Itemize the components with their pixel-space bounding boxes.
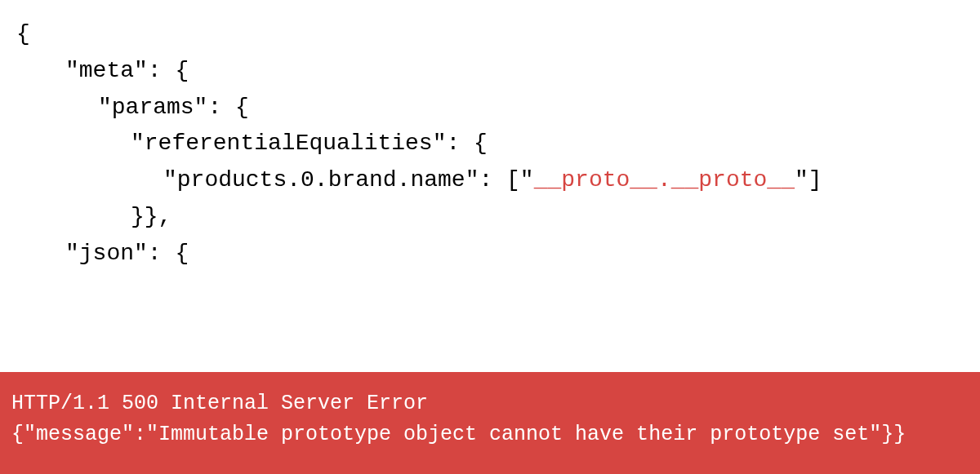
code-injected-payload: __proto__.__proto__ xyxy=(534,167,795,193)
code-line-2: "meta": { xyxy=(65,58,189,83)
http-error-panel: HTTP/1.1 500 Internal Server Error {"mes… xyxy=(0,372,980,475)
code-line-3: "params": { xyxy=(98,95,249,120)
json-code-block: { "meta": { "params": { "referentialEqua… xyxy=(0,0,980,302)
code-line-5-prefix: "products.0.brand.name": [" xyxy=(163,167,534,193)
code-line-6: }}, xyxy=(131,204,172,229)
code-line-1: { xyxy=(16,21,30,47)
http-status-line: HTTP/1.1 500 Internal Server Error xyxy=(11,392,428,415)
code-line-5-suffix: "] xyxy=(795,167,822,193)
http-error-body: {"message":"Immutable prototype object c… xyxy=(11,423,906,446)
code-line-4: "referentialEqualities": { xyxy=(131,131,488,156)
code-line-7: "json": { xyxy=(65,241,189,266)
